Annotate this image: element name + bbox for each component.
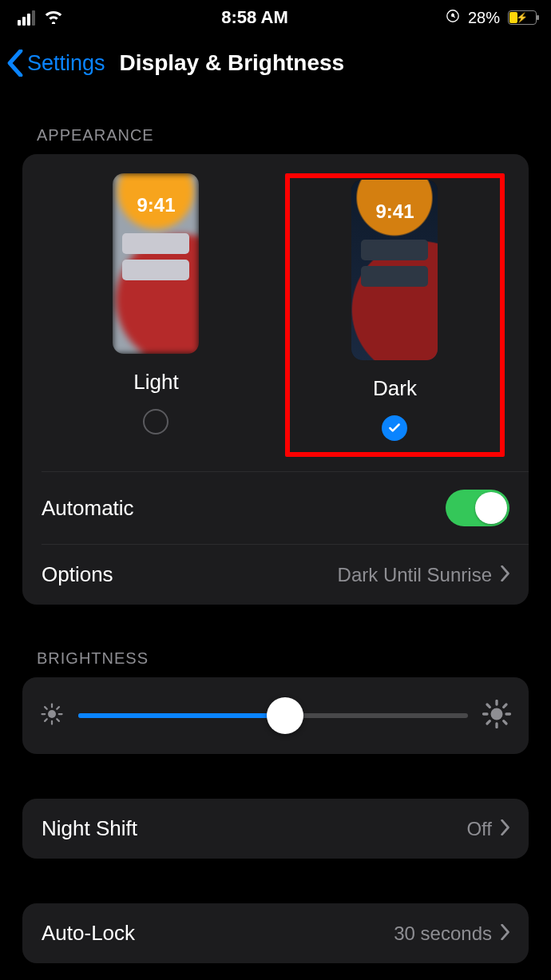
page-title: Display & Brightness (120, 50, 345, 76)
night-shift-label: Night Shift (42, 816, 137, 841)
svg-line-9 (45, 719, 47, 721)
svg-line-10 (57, 707, 59, 709)
svg-point-2 (48, 710, 56, 718)
battery-percentage: 28% (468, 9, 500, 27)
thumb-time: 9:41 (351, 200, 438, 223)
svg-point-11 (491, 708, 503, 720)
brightness-slider[interactable] (78, 700, 468, 732)
appearance-section-header: APPEARANCE (0, 89, 551, 154)
automatic-toggle[interactable] (446, 490, 509, 526)
status-time: 8:58 AM (221, 7, 288, 28)
svg-line-17 (504, 721, 506, 724)
chevron-right-icon (500, 818, 509, 840)
svg-line-7 (45, 707, 47, 709)
chevron-right-icon (500, 922, 509, 945)
svg-line-8 (57, 719, 59, 721)
thumb-time: 9:41 (113, 194, 199, 216)
wifi-icon (43, 6, 64, 29)
orientation-lock-icon (446, 7, 460, 28)
light-label: Light (133, 370, 178, 395)
back-button[interactable]: Settings (0, 50, 105, 77)
brightness-low-icon (40, 702, 64, 729)
automatic-label: Automatic (42, 496, 134, 521)
svg-line-16 (487, 704, 490, 707)
chevron-right-icon (500, 564, 509, 586)
battery-icon: ⚡ (508, 10, 537, 25)
brightness-card (22, 677, 529, 754)
svg-line-19 (504, 704, 506, 707)
night-shift-value: Off (466, 818, 492, 840)
brightness-section-header: BRIGHTNESS (0, 613, 551, 677)
navigation-bar: Settings Display & Brightness (0, 35, 551, 89)
options-label: Options (42, 562, 113, 587)
auto-lock-label: Auto-Lock (42, 921, 135, 946)
light-radio-unchecked[interactable] (143, 409, 168, 434)
dark-radio-checked[interactable] (382, 415, 407, 441)
dark-mode-thumbnail: 9:41 (351, 180, 438, 360)
status-bar: 8:58 AM 28% ⚡ (0, 0, 551, 35)
auto-lock-value: 30 seconds (394, 922, 492, 945)
svg-rect-1 (451, 14, 454, 17)
appearance-option-dark[interactable]: 9:41 Dark (285, 173, 505, 457)
automatic-row: Automatic (22, 472, 529, 544)
light-mode-thumbnail: 9:41 (113, 173, 199, 354)
auto-lock-row[interactable]: Auto-Lock 30 seconds (22, 903, 529, 963)
appearance-card: 9:41 Light 9:41 Dark Automatic Options D… (22, 154, 529, 605)
cellular-signal-icon (18, 10, 35, 26)
svg-line-18 (487, 721, 490, 724)
auto-lock-card: Auto-Lock 30 seconds (22, 903, 529, 963)
night-shift-row[interactable]: Night Shift Off (22, 799, 529, 859)
back-label: Settings (27, 51, 105, 76)
appearance-option-light[interactable]: 9:41 Light (46, 173, 266, 457)
options-row[interactable]: Options Dark Until Sunrise (22, 545, 529, 605)
brightness-high-icon (482, 700, 511, 732)
options-value: Dark Until Sunrise (338, 564, 492, 586)
dark-label: Dark (373, 376, 417, 401)
night-shift-card: Night Shift Off (22, 799, 529, 859)
